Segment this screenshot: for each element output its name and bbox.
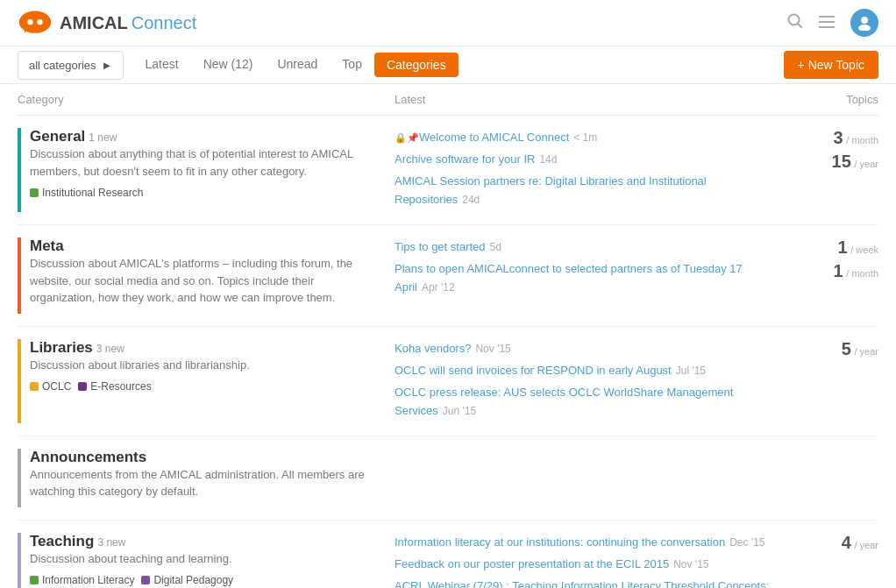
latest-link-meta-0[interactable]: Tips to get started <box>395 240 486 253</box>
latest-item-general-2: AMICAL Session partners re: Digital Libr… <box>395 172 773 209</box>
latest-link-teaching-1[interactable]: Feedback on our poster presentation at t… <box>395 557 669 570</box>
tab-new[interactable]: New (12) <box>191 46 266 83</box>
latest-link-general-0[interactable]: Welcome to AMICAL Connect <box>419 131 569 144</box>
cat-title-libraries[interactable]: Libraries3 new <box>30 339 377 357</box>
latest-link-general-1[interactable]: Archive software for your IR <box>395 152 535 166</box>
category-row-announcements: AnnouncementsAnnouncements from the AMIC… <box>18 436 878 521</box>
header: AMICAL Connect <box>0 0 896 46</box>
cat-topics-meta: 1 / week1 / month <box>791 237 878 314</box>
cat-desc-libraries: Discussion about libraries and librarian… <box>30 357 377 374</box>
topics-period-libraries-0: / year <box>854 346 878 357</box>
categories-dropdown-label: all categories <box>29 59 96 72</box>
new-topic-button[interactable]: + New Topic <box>784 51 878 79</box>
cat-title-text-libraries: Libraries <box>30 339 93 356</box>
tag-label: Digital Pedagogy <box>153 574 233 586</box>
cat-latest-announcements <box>395 449 791 507</box>
tag-label: Institutional Research <box>42 187 143 199</box>
tab-unread[interactable]: Unread <box>265 46 330 83</box>
latest-time-libraries-2: Jun '15 <box>443 405 476 417</box>
cat-tag-e-resources[interactable]: E-Resources <box>78 380 151 393</box>
latest-item-teaching-2: ACRL Webinar (7/29) : Teaching Informati… <box>395 577 773 589</box>
latest-item-teaching-1: Feedback on our poster presentation at t… <box>395 555 773 573</box>
latest-item-teaching-0: Information literacy at our institutions… <box>395 533 773 551</box>
table-header: Category Latest Topics <box>18 84 878 116</box>
cat-topics-teaching: 4 / year <box>791 533 878 589</box>
cat-tag-oclc[interactable]: OCLC <box>30 380 71 393</box>
topics-num-general-0: 3 <box>834 128 843 147</box>
cat-topics-general: 3 / month15 / year <box>791 128 878 212</box>
cat-title-announcements[interactable]: Announcements <box>30 449 377 466</box>
latest-time-general-0: < 1m <box>573 131 597 144</box>
latest-time-general-1: 14d <box>539 153 557 166</box>
nav-right: + New Topic <box>784 51 878 79</box>
topics-num-libraries-0: 5 <box>842 339 851 358</box>
latest-time-general-2: 24d <box>462 194 480 206</box>
cat-new-general: 1 new <box>89 131 117 144</box>
categories-dropdown[interactable]: all categories ► <box>18 51 124 80</box>
latest-time-meta-1: Apr '12 <box>422 281 455 294</box>
cat-tag-information-literacy[interactable]: Information Literacy <box>30 574 134 586</box>
latest-item-general-0: 🔒📌Welcome to AMICAL Connect< 1m <box>395 128 773 146</box>
topics-line-meta-0: 1 / week <box>791 237 878 258</box>
logo-amical: AMICAL <box>60 13 128 33</box>
cat-topics-announcements <box>791 449 878 507</box>
tab-latest[interactable]: Latest <box>132 46 190 83</box>
menu-icon[interactable] <box>819 14 835 32</box>
topics-period-general-0: / month <box>846 135 878 145</box>
category-row-general: General1 newDiscussion about anything th… <box>18 116 878 225</box>
topics-num-meta-1: 1 <box>834 261 843 280</box>
tab-top[interactable]: Top <box>330 46 374 83</box>
lock-icon: 🔒 <box>395 132 407 143</box>
cat-title-text-general: General <box>30 128 85 145</box>
cat-desc-general: Discussion about anything that is of pot… <box>30 145 377 180</box>
cat-latest-meta: Tips to get started5dPlans to open AMICA… <box>395 237 791 314</box>
topics-line-teaching-0: 4 / year <box>791 533 878 553</box>
latest-link-teaching-2[interactable]: ACRL Webinar (7/29) : Teaching Informati… <box>395 579 769 589</box>
cat-title-general[interactable]: General1 new <box>30 128 377 145</box>
categories-container: General1 newDiscussion about anything th… <box>18 116 878 588</box>
cat-left-libraries: Libraries3 newDiscussion about libraries… <box>18 339 395 423</box>
navbar: all categories ► Latest New (12) Unread … <box>0 46 896 84</box>
cat-title-meta[interactable]: Meta <box>30 237 377 255</box>
topics-num-teaching-0: 4 <box>842 533 851 552</box>
svg-point-1 <box>27 19 32 25</box>
logo-area: AMICAL Connect <box>18 10 787 36</box>
cat-desc-meta: Discussion about AMICAL's platforms – in… <box>30 255 377 307</box>
cat-tags-general: Institutional Research <box>30 187 377 199</box>
latest-link-libraries-0[interactable]: Koha vendors? <box>395 342 471 355</box>
topics-num-meta-0: 1 <box>837 237 847 257</box>
svg-point-9 <box>861 17 868 24</box>
header-icons <box>787 9 878 37</box>
category-row-teaching: Teaching3 newDiscussion about teaching a… <box>18 521 878 589</box>
cat-title-text-meta: Meta <box>30 237 64 254</box>
cat-tag-institutional-research[interactable]: Institutional Research <box>30 187 143 199</box>
latest-item-libraries-0: Koha vendors?Nov '15 <box>395 339 773 358</box>
cat-latest-libraries: Koha vendors?Nov '15OCLC will send invoi… <box>395 339 791 423</box>
logo-connect: Connect <box>132 13 197 33</box>
search-icon[interactable] <box>787 13 803 33</box>
latest-link-general-2[interactable]: AMICAL Session partners re: Digital Libr… <box>395 174 707 206</box>
tab-categories[interactable]: Categories <box>374 53 459 77</box>
avatar[interactable] <box>850 9 878 37</box>
latest-item-libraries-1: OCLC will send invoices for RESPOND in e… <box>395 361 773 379</box>
cat-tags-teaching: Information LiteracyDigital Pedagogy <box>30 574 377 586</box>
chevron-right-icon: ► <box>102 59 113 72</box>
topics-period-meta-0: / week <box>850 244 878 255</box>
latest-item-meta-0: Tips to get started5d <box>395 237 773 256</box>
svg-line-5 <box>798 23 801 26</box>
latest-link-teaching-0[interactable]: Information literacy at our institutions… <box>395 535 725 549</box>
topics-line-general-0: 3 / month <box>791 128 878 148</box>
cat-title-teaching[interactable]: Teaching3 new <box>30 533 377 550</box>
col-header-category: Category <box>18 93 395 106</box>
svg-point-10 <box>858 25 871 31</box>
latest-item-general-1: Archive software for your IR14d <box>395 150 773 168</box>
topics-period-general-1: / year <box>854 159 878 169</box>
latest-link-libraries-1[interactable]: OCLC will send invoices for RESPOND in e… <box>395 364 672 377</box>
cat-tag-digital-pedagogy[interactable]: Digital Pedagogy <box>141 574 233 586</box>
topics-num-general-1: 15 <box>832 152 851 171</box>
latest-item-meta-1: Plans to open AMICALconnect to selected … <box>395 259 773 296</box>
cat-desc-announcements: Announcements from the AMICAL administra… <box>30 466 377 500</box>
latest-item-libraries-2: OCLC press release: AUS selects OCLC Wor… <box>395 383 773 420</box>
latest-time-teaching-0: Dec '15 <box>729 536 764 549</box>
tag-label: Information Literacy <box>42 574 134 586</box>
